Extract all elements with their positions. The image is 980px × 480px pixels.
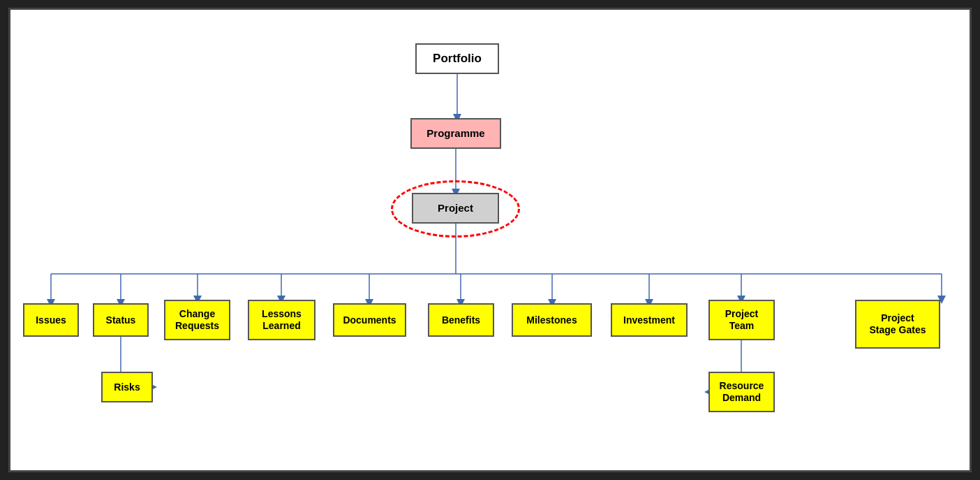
programme-label: Programme xyxy=(426,127,484,140)
node-documents: Documents xyxy=(333,303,406,337)
diagram: Portfolio Programme Project Issues Statu… xyxy=(10,10,970,470)
node-status: Status xyxy=(93,303,149,337)
node-lessons-learned: Lessons Learned xyxy=(248,300,315,340)
milestones-label: Milestones xyxy=(526,314,577,326)
node-risks: Risks xyxy=(101,372,153,402)
node-portfolio: Portfolio xyxy=(415,43,499,74)
status-label: Status xyxy=(106,314,136,326)
node-benefits: Benefits xyxy=(428,303,494,337)
benefits-label: Benefits xyxy=(442,314,480,326)
node-change-requests: Change Requests xyxy=(164,300,230,340)
risks-label: Risks xyxy=(114,381,140,393)
node-milestones: Milestones xyxy=(512,303,592,337)
lessons-learned-label: Lessons Learned xyxy=(262,308,302,332)
investment-label: Investment xyxy=(623,314,675,326)
node-project-stage-gates: Project Stage Gates xyxy=(855,300,940,349)
resource-demand-label: Resource Demand xyxy=(720,380,764,404)
node-issues: Issues xyxy=(23,303,79,337)
project-stage-gates-label: Project Stage Gates xyxy=(870,312,926,336)
node-investment: Investment xyxy=(611,303,688,337)
node-resource-demand: Resource Demand xyxy=(708,372,775,412)
project-team-label: Project Team xyxy=(725,308,758,332)
portfolio-label: Portfolio xyxy=(433,52,482,66)
documents-label: Documents xyxy=(343,314,396,326)
change-requests-label: Change Requests xyxy=(175,308,219,332)
node-programme: Programme xyxy=(410,118,501,149)
issues-label: Issues xyxy=(36,314,66,326)
node-project-team: Project Team xyxy=(708,300,775,340)
project-label: Project xyxy=(438,202,473,214)
slide-frame: Portfolio Programme Project Issues Statu… xyxy=(8,8,972,472)
node-project: Project xyxy=(412,193,499,224)
connectors-svg xyxy=(10,10,970,470)
